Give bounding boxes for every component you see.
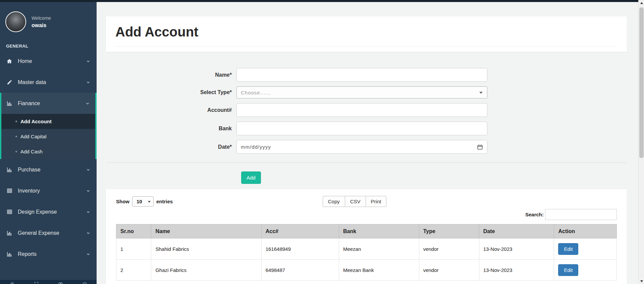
add-button[interactable]: Add	[241, 171, 261, 184]
cell-acc: 161648949	[261, 238, 339, 260]
sidebar-item-master-data[interactable]: Master data	[0, 72, 97, 93]
chevron-down-icon	[85, 101, 90, 106]
bullet-icon	[15, 136, 17, 137]
sidebar-item-general-expense[interactable]: General Expense	[0, 222, 97, 243]
sidebar-item-label: Home	[18, 58, 32, 64]
eye-icon[interactable]	[48, 281, 72, 284]
finance-active-section: Fianance Add Account Add Capital Add Cas…	[0, 93, 97, 159]
sidebar-item-label: Purchase	[18, 167, 41, 173]
search-input[interactable]	[545, 209, 617, 220]
sidebar-section-label: GENERAL	[0, 35, 97, 51]
column-header-bank[interactable]: Bank	[339, 224, 419, 238]
vertical-scrollbar[interactable]	[638, 0, 644, 284]
show-label: Show	[116, 199, 129, 204]
title-divider	[115, 46, 618, 47]
edit-button[interactable]: Edit	[558, 243, 578, 255]
sidebar-item-label: Inventory	[18, 188, 40, 194]
accounts-table-card: Show 10 entries Copy CSV Print Search: S…	[106, 189, 627, 284]
bullet-icon	[15, 121, 17, 122]
table-icon	[6, 188, 13, 194]
submenu-item-add-account[interactable]: Add Account	[1, 114, 95, 129]
sidebar-menu: Home Master data	[0, 51, 97, 93]
username: owais	[32, 22, 51, 28]
print-button[interactable]: Print	[366, 196, 387, 207]
name-field[interactable]	[236, 68, 487, 82]
entries-label: entries	[156, 199, 173, 204]
sidebar: Welcome owais GENERAL Home Master data	[0, 0, 97, 284]
welcome-label: Welcome	[32, 15, 51, 21]
settings-icon[interactable]	[0, 281, 24, 284]
date-label: Date*	[106, 144, 236, 150]
column-header-type[interactable]: Type	[419, 224, 479, 238]
fullscreen-icon[interactable]	[24, 281, 48, 284]
sidebar-item-inventory[interactable]: Inventory	[0, 180, 97, 201]
table-row: 2 Ghazi Fabrics 6498487 Meezan Bank vend…	[116, 260, 617, 281]
sidebar-item-purchase[interactable]: Purchase	[0, 159, 97, 180]
show-entries-control: Show 10 entries	[116, 196, 173, 207]
export-buttons: Copy CSV Print	[323, 196, 387, 207]
type-select[interactable]: Choose......	[236, 86, 487, 98]
add-account-form: Name* Select Type* Choose...... Account#…	[106, 52, 627, 184]
table-row: 1 Shahid Fabrics 161648949 Meezan vendor…	[116, 238, 617, 260]
bullet-icon	[15, 151, 17, 152]
date-field[interactable]: mm/dd/yyyy	[236, 140, 487, 154]
chevron-down-icon	[86, 80, 91, 85]
column-header-srno[interactable]: Sr.no	[116, 224, 151, 238]
bank-label: Bank	[106, 126, 236, 132]
sidebar-item-design-expense[interactable]: Design Expense	[0, 201, 97, 222]
cell-srno: 1	[116, 238, 151, 260]
cell-action: Edit	[554, 260, 617, 281]
cell-bank: Meezan	[339, 238, 419, 260]
profile-block: Welcome owais	[0, 0, 97, 35]
select-type-label: Select Type*	[106, 89, 236, 95]
cell-action: Edit	[554, 238, 617, 260]
submenu-item-add-cash[interactable]: Add Cash	[1, 144, 95, 159]
column-header-name[interactable]: Name	[151, 224, 261, 238]
chevron-down-icon	[86, 59, 91, 64]
section-divider	[106, 162, 627, 163]
accounts-table: Sr.no Name Acc# Bank Type Date Action 1 …	[116, 224, 617, 281]
select-caret-icon	[479, 92, 483, 94]
power-icon[interactable]	[72, 281, 97, 284]
select-caret-icon	[148, 201, 151, 203]
copy-button[interactable]: Copy	[323, 196, 345, 207]
scrollbar-thumb[interactable]	[639, 7, 644, 158]
submenu-item-add-capital[interactable]: Add Capital	[1, 129, 95, 144]
column-header-action[interactable]: Action	[554, 224, 617, 238]
calendar-icon[interactable]	[477, 144, 483, 150]
bank-field[interactable]	[236, 122, 487, 135]
page-size-select[interactable]: 10	[132, 196, 154, 207]
column-header-acc[interactable]: Acc#	[261, 224, 339, 238]
scrollbar-up-button[interactable]	[639, 0, 644, 6]
home-icon	[6, 58, 13, 64]
sidebar-footer	[0, 280, 97, 284]
bar-chart-icon	[6, 230, 13, 236]
search-label: Search:	[525, 212, 544, 217]
edit-button[interactable]: Edit	[558, 264, 578, 276]
sidebar-item-reports[interactable]: Reports	[0, 243, 97, 265]
chevron-down-icon	[86, 231, 91, 235]
bar-chart-icon	[6, 100, 13, 106]
scrollbar-down-button[interactable]	[639, 278, 644, 284]
sidebar-item-label: Reports	[18, 251, 37, 257]
column-header-date[interactable]: Date	[479, 224, 554, 238]
table-icon	[6, 209, 13, 215]
cell-name: Shahid Fabrics	[151, 238, 261, 260]
sidebar-item-label: Design Expense	[18, 209, 57, 215]
cell-bank: Meezan Bank	[339, 260, 419, 281]
account-number-field[interactable]	[236, 103, 487, 117]
csv-button[interactable]: CSV	[345, 196, 366, 207]
top-border	[0, 0, 638, 2]
cell-srno: 2	[116, 260, 151, 281]
sidebar-item-label: General Expense	[18, 230, 59, 236]
bar-chart-icon	[6, 251, 13, 257]
sidebar-item-home[interactable]: Home	[0, 51, 97, 72]
main-content: Add Account Name* Select Type* Choose...…	[97, 0, 638, 284]
submenu-item-label: Add Capital	[20, 134, 47, 139]
cell-type: vendor	[419, 260, 479, 281]
avatar	[5, 11, 26, 32]
submenu-item-label: Add Cash	[20, 149, 43, 154]
chevron-down-icon	[86, 252, 91, 257]
sidebar-item-fianance[interactable]: Fianance	[1, 93, 95, 114]
chevron-down-icon	[86, 167, 91, 172]
